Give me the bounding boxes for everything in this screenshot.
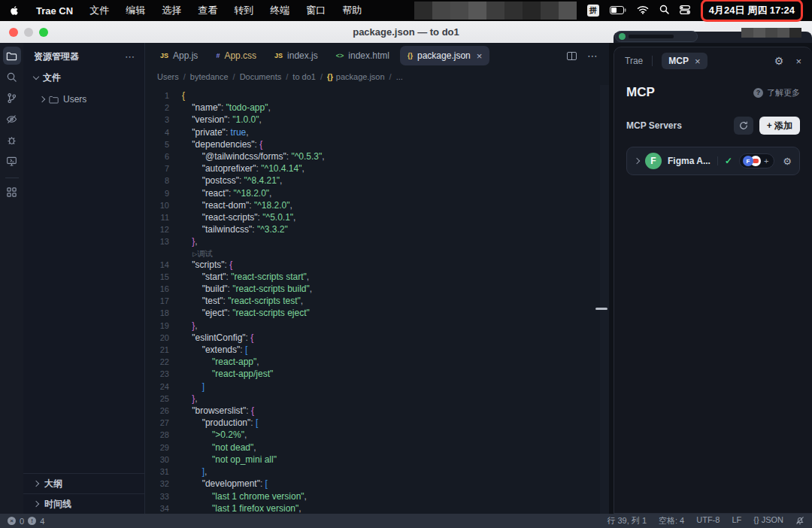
explorer-more-icon[interactable]: ⋯ [125,51,135,62]
menu-item[interactable]: 编辑 [126,4,145,17]
line-content: "@tailwindcss/forms": "^0.5.3", [182,150,325,162]
css-file-icon: # [216,52,220,59]
menu-item[interactable]: 帮助 [342,4,362,17]
line-number: 33 [145,490,169,502]
code-line: 13}, [145,235,609,247]
line-content: }, [182,235,198,247]
input-method-icon[interactable]: 拼 [587,5,599,17]
source-control-icon[interactable] [3,89,21,107]
menu-item[interactable]: 终端 [270,4,289,17]
apple-menu-icon[interactable] [9,5,20,17]
line-content: "react-app", [182,356,259,368]
line-number: 18 [145,307,169,319]
chevron-right-icon [33,481,39,487]
line-number: 24 [145,381,169,393]
close-window-button[interactable] [9,28,18,37]
outline-label: 大纲 [44,478,62,490]
menu-item[interactable]: 查看 [198,4,217,17]
tab-package.json[interactable]: {}package.json× [400,46,489,65]
overview-ruler[interactable] [600,85,609,514]
line-number: 17 [145,295,169,307]
line-number: 1 [145,90,169,102]
tab-label: index.js [287,50,318,61]
breadcrumb-item[interactable]: package.json [336,72,385,81]
split-editor-icon[interactable] [567,52,577,60]
status-item[interactable]: LF [732,515,741,526]
wifi-icon[interactable] [637,4,649,17]
battery-icon[interactable] [610,4,626,17]
mcp-server-item[interactable]: F Figma A... ✓ F + ⚙ [626,147,800,175]
tab-App.js[interactable]: JSApp.js [153,46,205,65]
status-item[interactable]: {} JSON [753,515,783,526]
menu-item[interactable]: 文件 [89,4,109,17]
server-avatar: F [645,153,662,169]
terminal-monitor-icon[interactable] [3,152,21,170]
spotlight-search-icon[interactable] [659,4,669,17]
code-line: 14"scripts": { [145,259,609,271]
close-icon[interactable]: × [695,56,701,66]
tab-trae[interactable]: Trae [625,56,643,66]
status-item[interactable]: 空格: 4 [659,515,684,526]
minimize-window-button[interactable] [24,28,33,37]
account-pill-redacted[interactable] [615,31,698,42]
tab-App.css[interactable]: #App.css [208,46,264,65]
account-status-icon [619,33,626,40]
code-editor[interactable]: 1{2"name": "todo-app",3"version": "1.0.0… [145,85,609,514]
refresh-button[interactable] [734,117,753,135]
status-item[interactable]: UTF-8 [696,515,720,526]
zoom-window-button[interactable] [39,28,48,37]
tool-icons-pill[interactable]: F + [739,153,774,168]
breadcrumb-item[interactable]: to do1 [292,72,316,81]
gear-icon[interactable]: ⚙ [774,55,784,67]
app-menu-title[interactable]: Trae CN [36,5,73,17]
tab-index.js[interactable]: JSindex.js [267,46,326,65]
timeline-section[interactable]: 时间线 [23,493,144,514]
tab-index.html[interactable]: <>index.html [329,46,397,65]
menu-item[interactable]: 选择 [162,4,181,17]
notifications-muted-icon[interactable] [795,516,804,526]
control-center-icon[interactable] [680,4,690,17]
code-line: 10"react-dom": "^18.2.0", [145,199,609,211]
menubar-clock[interactable]: 4月24日 周四 17:24 [701,0,803,22]
files-section-label: 文件 [43,71,61,84]
breadcrumb-item[interactable]: Users [157,72,179,81]
learn-more-link[interactable]: ? 了解更多 [753,87,800,99]
extensions-grid-icon[interactable] [3,183,21,201]
add-server-button[interactable]: + 添加 [759,117,800,135]
line-number: 5 [145,138,169,150]
tab-label: App.css [224,50,256,61]
search-icon[interactable] [3,68,21,86]
close-icon[interactable]: × [477,51,483,61]
problems-indicator[interactable]: × 0 ! 4 [8,517,44,526]
menu-item[interactable]: 窗口 [306,4,326,17]
code-line: 24] [145,381,609,393]
line-content: "test": "react-scripts test", [182,295,303,307]
debug-bug-icon[interactable] [3,131,21,149]
breadcrumb-item[interactable]: Documents [240,72,282,81]
tab-label: package.json [417,50,471,61]
preview-eye-icon[interactable] [3,110,21,128]
editor-more-icon[interactable]: ⋯ [587,50,598,62]
code-line: 8"postcss": "^8.4.21", [145,174,609,187]
breadcrumb-separator: / [233,72,235,81]
codelens-debug[interactable]: ▷调试 [145,248,609,259]
tree-item-users[interactable]: Users [23,89,144,109]
js-file-icon: JS [274,52,283,59]
line-content: "version": "1.0.0", [182,114,262,126]
close-panel-icon[interactable]: × [795,56,801,67]
outline-section[interactable]: 大纲 [23,473,144,493]
breadcrumb-item[interactable]: bytedance [190,72,229,81]
tab-mcp[interactable]: MCP × [662,53,707,69]
panel-header: Trae MCP × ⚙ × [614,47,812,74]
explorer-icon[interactable] [3,47,21,65]
server-gear-icon[interactable]: ⚙ [783,156,792,167]
files-section-header[interactable]: 文件 [23,66,144,89]
code-line: 15"start": "react-scripts start", [145,271,609,283]
code-line: 21"extends": [ [145,344,609,356]
menu-item[interactable]: 转到 [234,4,253,17]
chevron-right-icon[interactable] [634,158,640,164]
status-item[interactable]: 行 39, 列 1 [607,515,647,526]
status-check-icon: ✓ [725,156,732,166]
breadcrumb-item[interactable]: ... [396,72,403,81]
line-content: "start": "react-scripts start", [182,271,309,283]
